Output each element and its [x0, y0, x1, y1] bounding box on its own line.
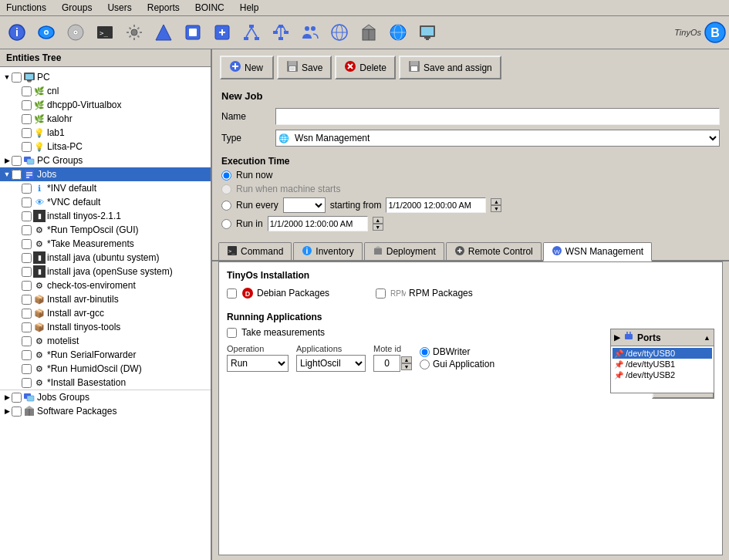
tree-toggle-jg[interactable]: ▶: [3, 393, 11, 401]
menu-users[interactable]: Users: [104, 2, 134, 14]
menu-boinc[interactable]: BOINC: [192, 2, 228, 14]
guiapp-radio[interactable]: [420, 359, 430, 369]
mote-spinner-buttons[interactable]: ▲ ▼: [401, 356, 412, 370]
tree-item-install-avr-gcc[interactable]: 📦 Install avr-gcc: [0, 306, 211, 320]
tree-item-install-avr-bin[interactable]: 📦 Install avr-binutils: [0, 292, 211, 306]
tree-checkbox-check-tos[interactable]: [22, 281, 32, 291]
tree-checkbox-sw[interactable]: [12, 407, 22, 417]
tree-checkbox-motelist[interactable]: [22, 336, 32, 346]
port-item-usb0[interactable]: 📌 /dev/ttyUSB0: [613, 348, 712, 359]
new-button[interactable]: New: [220, 56, 274, 79]
tree-toggle-pc[interactable]: ▼: [3, 73, 11, 81]
run-start-radio[interactable]: [221, 184, 231, 194]
tab-inventory[interactable]: i Inventory: [293, 242, 362, 260]
tree-item-install-java-ubuntu[interactable]: ▮ install java (ubuntu system): [0, 251, 211, 265]
debian-packages-checkbox[interactable]: [227, 288, 237, 299]
tree-item-jobs-groups[interactable]: ▶ Jobs Groups: [0, 390, 211, 404]
operation-select[interactable]: Run Stop Install: [227, 355, 289, 372]
name-input[interactable]: [275, 108, 720, 125]
tab-wsn[interactable]: W WSN Management: [543, 242, 652, 261]
menu-groups[interactable]: Groups: [59, 2, 95, 14]
tree-item-vnc-default[interactable]: 👁 *VNC default: [0, 195, 211, 209]
tree-checkbox-jobs[interactable]: [12, 170, 22, 180]
tree-item-cnl[interactable]: 🌿 cnl: [0, 84, 211, 98]
tree-item-motelist[interactable]: ⚙ motelist: [0, 334, 211, 348]
toolbar-eye[interactable]: [32, 19, 60, 46]
tree-checkbox-lab1[interactable]: [22, 128, 32, 138]
toolbar-box1[interactable]: [179, 19, 207, 46]
toolbar-people[interactable]: [296, 19, 324, 46]
tab-remote-control[interactable]: Remote Control: [446, 242, 542, 260]
tree-checkbox-tinyos-tools[interactable]: [22, 322, 32, 332]
tree-item-serial-forwarder[interactable]: ⚙ *Run SerialForwarder: [0, 348, 211, 362]
run-now-radio[interactable]: [221, 170, 231, 180]
tree-item-inv-default[interactable]: ℹ *INV default: [0, 181, 211, 195]
mote-spin-up[interactable]: ▲: [401, 356, 412, 363]
tree-item-software[interactable]: ▶ Software Packages: [0, 404, 211, 418]
tree-checkbox-base[interactable]: [22, 378, 32, 388]
tree-item-install-tinyos[interactable]: ▮ install tinyos-2.1.1: [0, 209, 211, 223]
tree-checkbox-tinyos[interactable]: [22, 211, 32, 221]
tree-item-install-base[interactable]: ⚙ *Install Basestation: [0, 376, 211, 390]
tree-checkbox-avr-gcc[interactable]: [22, 309, 32, 319]
toolbar-info[interactable]: i: [3, 19, 31, 46]
tree-checkbox-pc[interactable]: [12, 73, 22, 83]
starting-date-spinner[interactable]: ▲ ▼: [491, 198, 501, 212]
tree-checkbox-java-ubuntu[interactable]: [22, 253, 32, 263]
ports-expand-icon[interactable]: ▶: [614, 333, 620, 342]
tree-checkbox-humid[interactable]: [22, 364, 32, 374]
toolbar-cd[interactable]: [62, 19, 89, 46]
tree-item-kalohr[interactable]: 🌿 kalohr: [0, 112, 211, 126]
tree-item-pc[interactable]: ▼ PC: [0, 70, 211, 84]
dbwriter-radio[interactable]: [420, 347, 430, 357]
tree-checkbox-cnl[interactable]: [22, 86, 32, 96]
toolbar-network2[interactable]: [267, 19, 295, 46]
rpm-packages-checkbox[interactable]: [376, 288, 386, 299]
toolbar-box2[interactable]: [208, 19, 236, 46]
save-button[interactable]: Save: [277, 56, 332, 79]
spin-down-runin[interactable]: ▼: [373, 224, 383, 231]
tree-item-lab1[interactable]: 💡 lab1: [0, 126, 211, 140]
run-in-radio[interactable]: [221, 219, 231, 229]
ports-scrollup[interactable]: ▲: [704, 334, 710, 342]
tree-item-run-temp[interactable]: ⚙ *Run TempOscil (GUI): [0, 223, 211, 237]
port-item-usb1[interactable]: 📌 /dev/ttyUSB1: [613, 359, 712, 369]
spin-up-starting[interactable]: ▲: [491, 198, 501, 205]
tree-checkbox-take-meas[interactable]: [22, 239, 32, 249]
spin-up-runin[interactable]: ▲: [373, 217, 383, 224]
tree-checkbox-vnc[interactable]: [22, 197, 32, 207]
tree-checkbox-avr-bin[interactable]: [22, 295, 32, 305]
tree-toggle-jobs[interactable]: ▼: [3, 170, 11, 178]
tree-item-take-meas[interactable]: ⚙ *Take Measurements: [0, 237, 211, 251]
toolbar-globe2[interactable]: [326, 19, 353, 46]
mote-spin-down[interactable]: ▼: [401, 363, 412, 370]
tree-item-install-tinyos-tools[interactable]: 📦 Install tinyos-tools: [0, 320, 211, 334]
tree-item-check-tos[interactable]: ⚙ check-tos-enviroment: [0, 278, 211, 292]
tree-item-dhcpp0[interactable]: 🌿 dhcpp0-Virtualbox: [0, 98, 211, 112]
menu-help[interactable]: Help: [237, 2, 262, 14]
every-select[interactable]: [283, 197, 326, 213]
tree-item-pc-groups[interactable]: ▶ PC Groups: [0, 153, 211, 167]
run-in-date-spinner[interactable]: ▲ ▼: [373, 217, 383, 231]
menu-functions[interactable]: Functions: [3, 2, 49, 14]
tree-toggle-sw[interactable]: ▶: [3, 407, 11, 415]
menu-reports[interactable]: Reports: [144, 2, 183, 14]
tree-item-install-java-suse[interactable]: ▮ install java (openSuse system): [0, 265, 211, 278]
delete-button[interactable]: Delete: [335, 56, 396, 79]
tab-command[interactable]: >_ Command: [218, 242, 292, 260]
tree-item-litsa[interactable]: 💡 Litsa-PC: [0, 140, 211, 153]
toolbar-package[interactable]: [355, 19, 383, 46]
tree-item-run-humid[interactable]: ⚙ *Run HumidOscil (DW): [0, 362, 211, 376]
take-measurements-checkbox[interactable]: [227, 328, 237, 338]
tree-checkbox-pcg[interactable]: [12, 156, 22, 166]
type-select[interactable]: Wsn Management Command Inventory Deploym…: [275, 130, 720, 147]
run-in-date-input[interactable]: [268, 216, 368, 231]
toolbar-arrow[interactable]: [150, 19, 177, 46]
tree-checkbox-jg[interactable]: [12, 393, 22, 403]
save-assign-button[interactable]: Save and assign: [399, 56, 501, 79]
toolbar-globe[interactable]: [384, 19, 412, 46]
port-item-usb2[interactable]: 📌 /dev/ttyUSB2: [613, 369, 712, 380]
toolbar-monitor[interactable]: [413, 19, 441, 46]
tree-toggle-pcg[interactable]: ▶: [3, 157, 11, 164]
tab-deployment[interactable]: Deployment: [364, 242, 444, 260]
